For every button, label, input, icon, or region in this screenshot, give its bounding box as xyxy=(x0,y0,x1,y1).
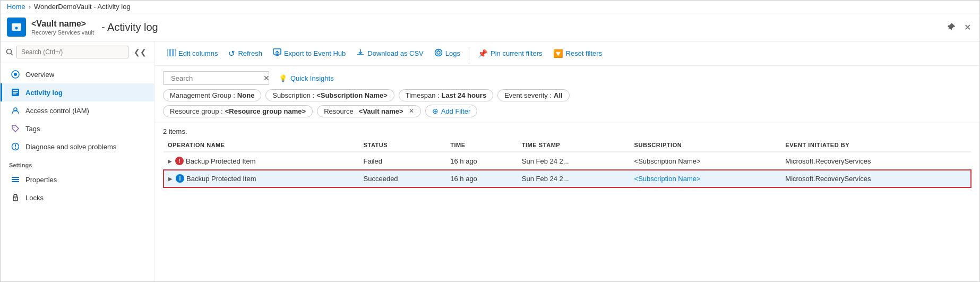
svg-rect-16 xyxy=(12,177,19,178)
sidebar-item-locks[interactable]: Locks xyxy=(1,189,154,207)
refresh-icon: ↺ xyxy=(228,49,235,58)
subscription-filter[interactable]: Subscription : <Subscription Name> xyxy=(265,89,394,101)
event-severity-filter[interactable]: Event severity : All xyxy=(497,89,570,101)
sidebar-item-properties-label: Properties xyxy=(25,176,57,184)
row2-expand[interactable]: ▶ xyxy=(168,176,173,182)
row2-subscription-link[interactable]: <Subscription Name> xyxy=(634,175,701,183)
svg-rect-17 xyxy=(12,179,19,180)
edit-columns-button[interactable]: Edit columns xyxy=(163,46,222,61)
sidebar-item-access-control-label: Access control (IAM) xyxy=(25,107,89,115)
sidebar-item-access-control[interactable]: Access control (IAM) xyxy=(1,101,154,119)
reset-filters-button[interactable]: 🔽 Reset filters xyxy=(549,46,607,61)
table-row[interactable]: ▶ ! Backup Protected Item Failed 16 h ag… xyxy=(164,152,971,170)
row1-time: 16 h ago xyxy=(446,152,518,170)
sidebar-search-input[interactable] xyxy=(16,46,128,58)
resource-filter[interactable]: Resource <Vault name> ✕ xyxy=(317,105,420,117)
resource-filter-close[interactable]: ✕ xyxy=(409,107,414,115)
content-area: Edit columns ↺ Refresh Export to Event H… xyxy=(154,41,979,281)
svg-point-3 xyxy=(7,49,12,54)
row1-event-initiated: Microsoft.RecoveryServices xyxy=(781,152,971,170)
close-button[interactable]: ✕ xyxy=(962,20,973,35)
add-filter-button[interactable]: ⊕ Add Filter xyxy=(425,105,478,117)
settings-section-label: Settings xyxy=(1,156,154,170)
pin-filters-label: Pin current filters xyxy=(491,49,543,57)
event-severity-key: Event severity : xyxy=(504,91,552,99)
breadcrumb-home[interactable]: Home xyxy=(7,3,25,11)
search-input[interactable] xyxy=(171,74,260,82)
reset-filters-label: Reset filters xyxy=(566,49,603,57)
svg-point-26 xyxy=(437,51,440,54)
activity-log-table: OPERATION NAME STATUS TIME TIME STAMP SU… xyxy=(163,139,971,187)
row2-operation-name: ▶ i Backup Protected Item xyxy=(164,170,359,187)
resource-val: <Vault name> xyxy=(359,107,403,115)
col-timestamp: TIME STAMP xyxy=(518,139,630,152)
sidebar-item-overview-label: Overview xyxy=(25,71,54,79)
quick-insights-button[interactable]: 💡 Quick Insights xyxy=(274,72,338,84)
sidebar-item-diagnose[interactable]: Diagnose and solve problems xyxy=(1,138,154,156)
pin-filters-button[interactable]: 📌 Pin current filters xyxy=(474,46,547,61)
col-event-initiated: EVENT INITIATED BY xyxy=(781,139,971,152)
quick-insights-icon: 💡 xyxy=(279,74,287,82)
sidebar-nav: Overview Activity log Access control (IA… xyxy=(1,63,154,281)
sidebar-item-activity-log[interactable]: Activity log xyxy=(1,83,154,101)
quick-insights-label: Quick Insights xyxy=(290,74,334,82)
logs-icon xyxy=(434,48,443,58)
download-csv-button[interactable]: Download as CSV xyxy=(352,46,428,61)
pin-button[interactable] xyxy=(945,20,958,35)
main-window: Home › WonderDemoVault - Activity log <V… xyxy=(0,0,980,282)
refresh-button[interactable]: ↺ Refresh xyxy=(224,46,267,61)
svg-rect-1 xyxy=(12,23,21,26)
refresh-label: Refresh xyxy=(238,49,262,57)
table-row[interactable]: ▶ i Backup Protected Item Succeeded 16 h… xyxy=(164,170,971,187)
sidebar-item-tags[interactable]: Tags xyxy=(1,119,154,138)
row1-subscription: <Subscription Name> xyxy=(630,152,781,170)
filter-row-search: ✕ 💡 Quick Insights xyxy=(163,71,971,85)
edit-columns-label: Edit columns xyxy=(178,49,218,57)
row2-status: Succeeded xyxy=(359,170,446,187)
row1-status-icon: ! xyxy=(175,157,184,165)
row2-timestamp: Sun Feb 24 2... xyxy=(518,170,630,187)
search-clear-button[interactable]: ✕ xyxy=(263,74,270,82)
sidebar-item-overview[interactable]: Overview xyxy=(1,65,154,83)
svg-rect-22 xyxy=(170,49,173,56)
row1-expand[interactable]: ▶ xyxy=(168,158,172,164)
access-control-icon xyxy=(11,106,20,115)
row1-timestamp: Sun Feb 24 2... xyxy=(518,152,630,170)
collapse-sidebar-button[interactable]: ❮❮ xyxy=(132,47,149,57)
mgmt-group-filter[interactable]: Management Group : None xyxy=(163,89,261,101)
sidebar-item-activity-log-label: Activity log xyxy=(25,89,63,97)
item-count: 2 items. xyxy=(163,123,971,139)
row2-status-icon: i xyxy=(176,174,184,183)
logs-button[interactable]: Logs xyxy=(430,46,465,61)
timespan-val: Last 24 hours xyxy=(442,91,487,99)
resource-group-key: Resource group : xyxy=(170,107,223,115)
sidebar-item-properties[interactable]: Properties xyxy=(1,170,154,189)
sidebar-search-area: ❮❮ xyxy=(1,41,154,63)
export-label: Export to Event Hub xyxy=(284,49,346,57)
filter-area: ✕ 💡 Quick Insights Management Group : No… xyxy=(154,66,979,123)
logs-label: Logs xyxy=(445,49,460,57)
title-main: <Vault name> Recovery Services vault xyxy=(31,19,94,35)
properties-icon xyxy=(11,175,20,184)
row2-subscription: <Subscription Name> xyxy=(630,170,781,187)
svg-rect-9 xyxy=(13,92,18,93)
sidebar-item-tags-label: Tags xyxy=(25,125,40,133)
overview-icon xyxy=(11,70,20,79)
col-time: TIME xyxy=(446,139,518,152)
resource-group-filter[interactable]: Resource group : <Resource group name> xyxy=(163,105,313,117)
diagnose-icon xyxy=(11,142,20,151)
row1-status: Failed xyxy=(359,152,446,170)
svg-rect-21 xyxy=(167,49,169,56)
activity-log-icon xyxy=(11,88,20,97)
svg-rect-8 xyxy=(13,90,18,91)
svg-point-20 xyxy=(15,199,16,200)
col-status: STATUS xyxy=(359,139,446,152)
main-layout: ❮❮ Overview Activity log xyxy=(1,41,979,281)
add-filter-label: Add Filter xyxy=(441,107,471,115)
export-button[interactable]: Export to Event Hub xyxy=(269,46,350,61)
row2-time: 16 h ago xyxy=(446,170,518,187)
timespan-filter[interactable]: Timespan : Last 24 hours xyxy=(399,89,493,101)
download-icon xyxy=(356,48,365,58)
export-icon xyxy=(273,48,281,58)
breadcrumb-sep: › xyxy=(29,3,31,11)
